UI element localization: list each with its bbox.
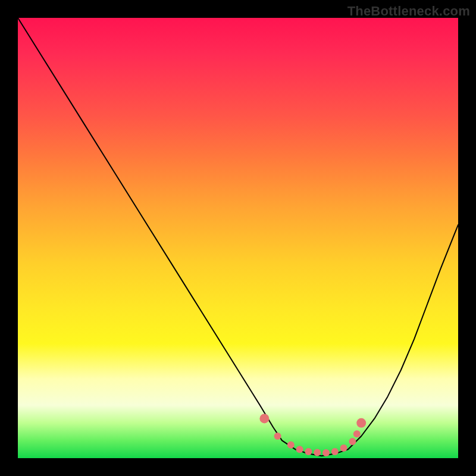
highlight-dot xyxy=(259,414,269,423)
highlight-dot xyxy=(340,444,347,452)
plot-area xyxy=(18,18,458,458)
highlight-dot xyxy=(331,448,339,455)
watermark-text: TheBottleneck.com xyxy=(347,4,470,19)
highlight-dot xyxy=(353,430,361,437)
highlight-dot xyxy=(305,448,312,455)
highlight-dot xyxy=(314,449,321,456)
bottleneck-curve xyxy=(18,18,458,456)
highlight-dots-group xyxy=(259,414,366,456)
chart-svg xyxy=(18,18,458,458)
highlight-dot xyxy=(274,433,281,440)
highlight-dot xyxy=(296,446,303,453)
chart-frame: TheBottleneck.com xyxy=(0,0,476,476)
highlight-dot xyxy=(322,449,330,456)
highlight-dot xyxy=(349,438,356,445)
highlight-dot xyxy=(356,418,366,428)
highlight-dot xyxy=(287,441,295,449)
